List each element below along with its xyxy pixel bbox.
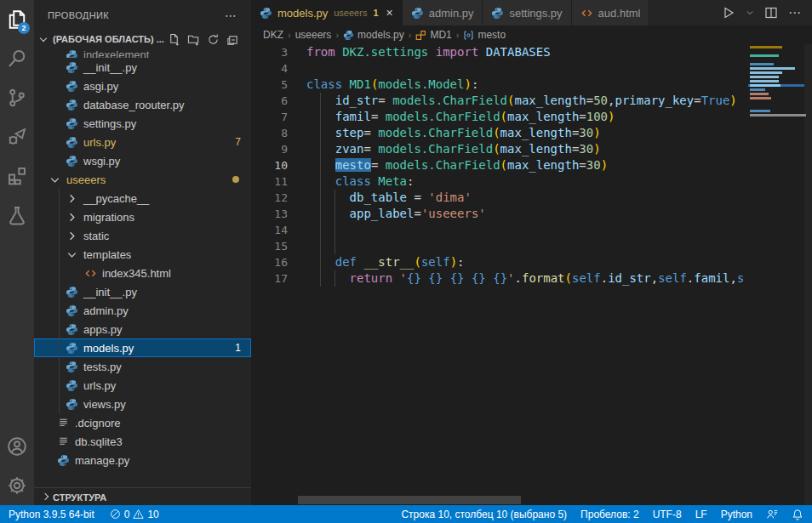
source-control-icon[interactable]	[0, 78, 34, 117]
explorer-more-icon[interactable]: ⋯	[225, 9, 237, 22]
close-icon[interactable]: ×	[386, 7, 393, 19]
code-line-7[interactable]: 7 famil= models.CharField(max_length=100…	[251, 109, 812, 125]
settings-gear-icon[interactable]	[0, 466, 34, 505]
tab-bar: models.pyuseeers1×admin.pysettings.pyaud…	[251, 0, 812, 26]
eol-sequence[interactable]: LF	[695, 509, 707, 520]
run-debug-icon[interactable]	[0, 117, 34, 156]
tree-item-urls-py[interactable]: urls.py7	[34, 133, 251, 151]
tree-item-db-sqlite3[interactable]: db.sqlite3	[34, 432, 251, 451]
indentation[interactable]: Пробелов: 2	[580, 509, 639, 520]
problems-indicator[interactable]: 0 10	[110, 509, 159, 520]
encoding[interactable]: UTF-8	[653, 509, 682, 520]
python-file-icon	[66, 323, 78, 336]
tree-item-label: __init__.py	[83, 286, 137, 298]
tree-item-label: __pycache__	[83, 192, 149, 205]
new-file-icon[interactable]	[168, 33, 180, 46]
tree-item-tests-py[interactable]: tests.py	[34, 357, 251, 376]
code-line-5[interactable]: 5class MD1(models.Model):	[251, 77, 812, 93]
tree-item-manage-py[interactable]: manage.py	[34, 451, 251, 469]
tree-item-wsgi-py[interactable]: wsgi.py	[34, 151, 251, 170]
code-line-17[interactable]: 17 return '{} {} {} {} {}'.format(self.i…	[251, 270, 812, 287]
code-line-8[interactable]: 8 step= models.CharField(max_length=30)	[251, 125, 812, 141]
tree-item-useeers[interactable]: useeers	[34, 170, 251, 189]
more-actions-icon[interactable]: ⋯	[788, 5, 802, 20]
breadcrumb-item-mesto[interactable]: mesto	[463, 29, 506, 41]
code-text: class Meta:	[306, 173, 414, 190]
code-line-10[interactable]: 10 mesto= models.CharField(max_length=30…	[251, 157, 812, 173]
tree-item--pycache-[interactable]: __pycache__	[34, 189, 251, 207]
tree-item-models-py[interactable]: models.py1	[34, 338, 251, 357]
tab-aud-html[interactable]: aud.html	[572, 0, 650, 26]
code-line-16[interactable]: 16 def __str__(self):	[251, 254, 812, 270]
tab-admin-py[interactable]: admin.py	[403, 0, 483, 26]
explorer-icon[interactable]: 2	[0, 0, 34, 39]
tree-item--dcignore[interactable]: .dcignore	[34, 413, 251, 432]
outline-section[interactable]: СТРУКТУРА	[34, 487, 251, 505]
tree-item-database-roouter-py[interactable]: database_roouter.py	[34, 95, 251, 114]
tree-item-views-py[interactable]: views.py	[34, 395, 251, 413]
tree-item-urls-py[interactable]: urls.py	[34, 376, 251, 395]
code-line-4[interactable]: 4	[251, 60, 812, 77]
tree-item--init-py[interactable]: __init__.py	[34, 282, 251, 301]
extensions-icon[interactable]	[0, 156, 34, 196]
tree-item-migrations[interactable]: migrations	[34, 207, 251, 226]
breadcrumb-item-md1[interactable]: MD1	[415, 29, 451, 41]
workspace-header[interactable]: (РАБОЧАЯ ОБЛАСТЬ) ...	[34, 30, 251, 48]
run-python-icon[interactable]	[722, 6, 735, 20]
tree-item-apps-py[interactable]: apps.py	[34, 320, 251, 338]
feedback-icon[interactable]	[766, 509, 778, 520]
cursor-position[interactable]: Строка 10, столбец 10 (выбрано 5)	[401, 509, 567, 520]
notifications-bell-icon[interactable]	[792, 509, 803, 520]
language-mode[interactable]: Python	[721, 509, 752, 520]
code-line-11[interactable]: 11 class Meta:	[251, 173, 812, 190]
split-editor-icon[interactable]	[764, 6, 778, 20]
tree-item-templates[interactable]: templates	[34, 245, 251, 264]
breadcrumb-item-models.py[interactable]: models.py	[343, 29, 404, 41]
line-number: 14	[251, 222, 288, 238]
run-dropdown-icon[interactable]	[746, 9, 754, 17]
python-interpreter[interactable]: Python 3.9.5 64-bit	[9, 509, 94, 520]
code-line-12[interactable]: 12 db_table = 'dima'	[251, 190, 812, 206]
refresh-icon[interactable]	[207, 33, 220, 46]
tree-item-label: urls.py	[83, 379, 116, 392]
code-line-15[interactable]: 15	[251, 238, 812, 254]
tree-item-label: apps.py	[83, 323, 123, 336]
tree-item-index345-html[interactable]: index345.html	[34, 264, 251, 282]
tree-item-label: settings.py	[83, 117, 136, 130]
workspace-label: (РАБОЧАЯ ОБЛАСТЬ) ...	[53, 34, 164, 44]
code-line-6[interactable]: 6 id_str= models.CharField(max_length=50…	[251, 93, 812, 109]
tab-settings-py[interactable]: settings.py	[483, 0, 571, 26]
account-icon[interactable]	[0, 427, 34, 466]
horizontal-scrollbar[interactable]	[298, 496, 521, 504]
code-text: return '{} {} {} {} {}'.format(self.id_s…	[306, 270, 744, 287]
activity-bar: 2	[0, 0, 34, 505]
html-file-icon	[580, 7, 593, 20]
python-file-icon	[66, 286, 78, 298]
python-file-icon	[66, 49, 78, 59]
tab-models-py[interactable]: models.pyuseeers1×	[251, 0, 403, 26]
tree-item-admin-py[interactable]: admin.py	[34, 301, 251, 320]
code-line-13[interactable]: 13 app_label='useeers'	[251, 206, 812, 222]
tree-item-indexelement[interactable]: indexelement	[34, 48, 251, 58]
code-line-3[interactable]: 3from DKZ.settings import DATABASES	[251, 44, 812, 60]
breadcrumb-item-useeers[interactable]: useeers	[295, 29, 332, 41]
collapse-all-icon[interactable]	[226, 33, 239, 46]
tree-item-label: asgi.py	[83, 80, 118, 93]
tree-item-label: database_roouter.py	[83, 99, 185, 111]
code-line-14[interactable]: 14	[251, 222, 812, 238]
breadcrumb-item-dkz[interactable]: DKZ	[263, 29, 283, 41]
file-icon	[57, 435, 70, 448]
testing-icon[interactable]	[0, 196, 34, 235]
tree-item-settings-py[interactable]: settings.py	[34, 114, 251, 133]
tree-item--init-py[interactable]: __init__.py	[34, 58, 251, 77]
tree-item-static[interactable]: static	[34, 226, 251, 245]
new-folder-icon[interactable]	[187, 33, 200, 46]
code-text: id_str= models.CharField(max_length=50,p…	[306, 93, 737, 109]
chevron-down-icon	[40, 35, 47, 42]
python-file-icon	[66, 342, 78, 355]
code-editor[interactable]: 3from DKZ.settings import DATABASES45cla…	[251, 44, 812, 505]
tree-item-asgi-py[interactable]: asgi.py	[34, 77, 251, 95]
search-icon[interactable]	[0, 39, 34, 78]
minimap[interactable]	[748, 46, 804, 190]
code-line-9[interactable]: 9 zvan= models.CharField(max_length=30)	[251, 141, 812, 157]
